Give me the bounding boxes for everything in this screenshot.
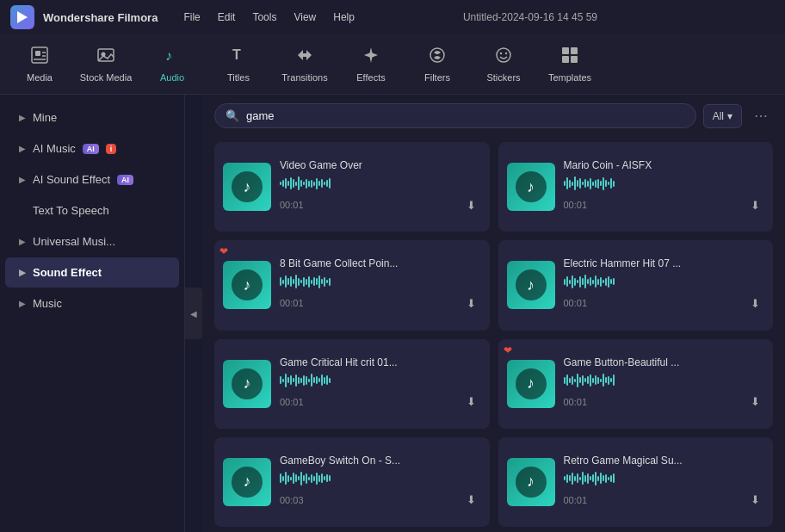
toolbar-effects[interactable]: Effects — [340, 40, 402, 90]
ai-sound-arrow: ▶ — [19, 175, 26, 184]
toolbar-stock-media[interactable]: Stock Media — [75, 40, 137, 90]
menu-view[interactable]: View — [294, 11, 316, 23]
svg-rect-2 — [35, 51, 40, 56]
wave-bar — [574, 476, 576, 481]
menu-tools[interactable]: Tools — [252, 11, 276, 23]
wave-bar — [311, 374, 312, 387]
download-icon[interactable]: ⬇ — [745, 491, 764, 510]
audio-card-retro-game[interactable]: ♪ Retro Game Magical Su... 00:01 ⬇ — [498, 437, 774, 527]
svg-point-10 — [430, 48, 444, 62]
audio-card-mario-coin[interactable]: ♪ Mario Coin - AISFX 00:01 ⬇ — [498, 142, 774, 232]
download-icon[interactable]: ⬇ — [462, 195, 481, 214]
wave-bar — [313, 377, 315, 383]
toolbar-templates[interactable]: Templates — [539, 40, 601, 90]
wave-bar — [577, 473, 578, 483]
wave-bar — [592, 182, 594, 186]
wave-bar — [321, 473, 323, 483]
toolbar-transitions[interactable]: Transitions — [274, 40, 336, 90]
audio-card-electric-hammer[interactable]: ♪ Electric Hammer Hit 07 ... 00:01 ⬇ — [498, 240, 774, 330]
audio-grid: ♪ Video Game Over 00:01 ⬇ ♪ — [202, 137, 785, 532]
download-icon[interactable]: ⬇ — [745, 294, 764, 312]
wave-bar — [316, 178, 318, 189]
wave-bar — [564, 476, 566, 480]
wave-bar — [300, 280, 302, 283]
toolbar-media[interactable]: Media — [9, 40, 71, 90]
wave-bar — [600, 379, 602, 382]
ai-sound-badge: AI — [117, 175, 133, 185]
toolbar-stickers-label: Stickers — [486, 72, 520, 83]
audio-card-game-critical-hit[interactable]: ♪ Game Critical Hit crit 01... 00:01 ⬇ — [214, 339, 490, 429]
toolbar-templates-label: Templates — [548, 72, 591, 83]
wave-bar — [326, 180, 328, 187]
wave-bar — [290, 276, 292, 287]
filter-dropdown[interactable]: All ▾ — [703, 104, 742, 128]
wave-bar — [600, 181, 602, 186]
menu-help[interactable]: Help — [333, 11, 355, 23]
wave-bar — [295, 474, 297, 482]
menu-edit[interactable]: Edit — [218, 11, 236, 23]
audio-title: Retro Game Magical Su... — [564, 455, 765, 467]
audio-card-8bit-collect[interactable]: ❤ ♪ 8 Bit Game Collect Poin... 00:01 ⬇ — [214, 240, 490, 330]
search-input[interactable] — [246, 109, 685, 122]
wave-bar — [584, 275, 586, 288]
download-icon[interactable]: ⬇ — [462, 294, 481, 312]
more-options-button[interactable]: ⋯ — [749, 104, 773, 128]
toolbar-stickers[interactable]: Stickers — [473, 40, 535, 90]
download-icon[interactable]: ⬇ — [462, 491, 481, 510]
wave-bar — [610, 475, 612, 482]
wave-bar — [590, 374, 591, 387]
download-icon[interactable]: ⬇ — [462, 393, 481, 411]
wave-bar — [311, 474, 312, 483]
wave-bar — [603, 280, 604, 283]
wave-bar — [318, 181, 320, 186]
audio-duration: 00:01 — [564, 298, 588, 308]
wave-bar — [610, 178, 612, 189]
audio-thumb-mario-coin: ♪ — [507, 163, 555, 211]
wave-bar — [590, 277, 591, 286]
sidebar-item-ai-music[interactable]: ▶ AI Music AI i — [5, 133, 179, 164]
wave-bar — [582, 278, 584, 285]
audio-card-gameboy-switch[interactable]: ♪ GameBoy Switch On - S... 00:03 ⬇ — [214, 437, 490, 527]
toolbar-titles[interactable]: T Titles — [207, 40, 269, 90]
stickers-icon — [494, 46, 513, 69]
wave-bar — [597, 377, 599, 384]
toolbar-filters[interactable]: Filters — [406, 40, 468, 90]
wave-bar — [298, 278, 300, 286]
wave-bar — [326, 375, 328, 385]
sidebar-item-ai-sound-effect[interactable]: ▶ AI Sound Effect AI — [5, 164, 179, 195]
wave-bar — [608, 477, 609, 480]
audio-title: Video Game Over — [280, 159, 481, 171]
toolbar-audio-label: Audio — [160, 72, 184, 83]
audio-card-game-button[interactable]: ❤ ♪ Game Button-Beautiful ... 00:01 ⬇ — [498, 339, 774, 429]
sidebar-item-mine[interactable]: ▶ Mine — [5, 102, 179, 133]
audio-thumb-video-game-over: ♪ — [223, 163, 271, 211]
wave-bar — [295, 182, 297, 186]
menu-file[interactable]: File — [183, 11, 200, 23]
sidebar-item-universal-music[interactable]: ▶ Universal Musi... — [5, 226, 179, 257]
audio-title: Mario Coin - AISFX — [564, 159, 765, 171]
toolbar-audio[interactable]: ♪ Audio — [141, 40, 203, 90]
audio-meta: 00:01 ⬇ — [280, 294, 481, 312]
chevron-down-icon: ▾ — [727, 110, 732, 122]
audio-waveform — [280, 175, 481, 192]
wave-bar — [597, 279, 599, 285]
download-icon[interactable]: ⬇ — [745, 195, 764, 214]
music-note-icon: ♪ — [527, 473, 535, 491]
content-area: 🔍 All ▾ ⋯ ♪ Video Game Over — [202, 95, 785, 532]
sidebar-item-music[interactable]: ▶ Music — [5, 288, 179, 319]
sidebar-music-label: Music — [33, 297, 62, 310]
wave-bar — [600, 277, 602, 287]
download-icon[interactable]: ⬇ — [745, 393, 764, 411]
wave-bar — [566, 474, 568, 483]
sidebar-collapse-button[interactable]: ◀ — [185, 288, 202, 339]
sidebar-item-sound-effect[interactable]: ▶ Sound Effect — [5, 257, 179, 288]
wave-bar — [290, 177, 292, 189]
wave-bar — [603, 177, 604, 190]
audio-card-video-game-over[interactable]: ♪ Video Game Over 00:01 ⬇ — [214, 142, 490, 232]
heart-badge-2: ❤ — [504, 344, 512, 356]
wave-bar — [308, 477, 310, 480]
wave-bar — [321, 279, 323, 284]
wave-bar — [579, 477, 581, 480]
wave-bar — [282, 180, 284, 187]
sidebar-item-text-to-speech[interactable]: Text To Speech — [5, 195, 179, 226]
